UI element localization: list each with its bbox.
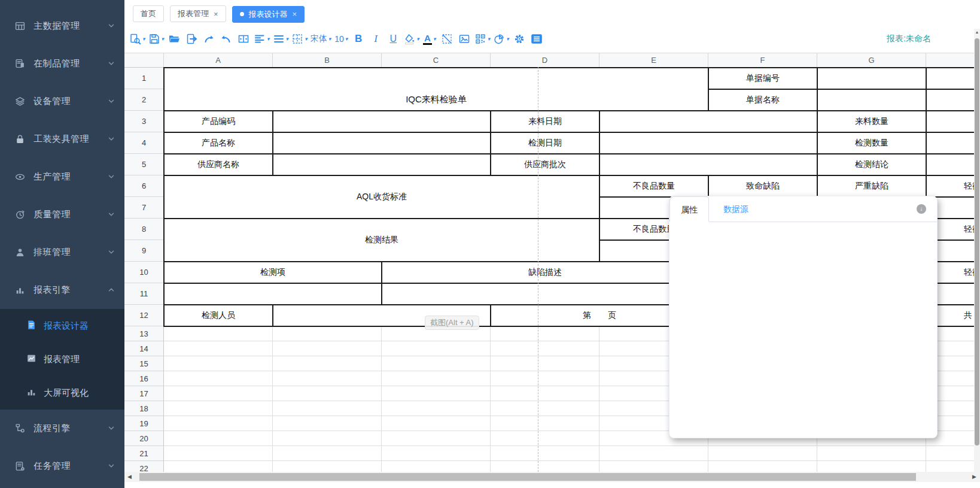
row-header-10[interactable]: 10 [124,262,164,283]
collapse-panel-button[interactable]: ↓ [917,204,926,214]
form-cell-单据名称[interactable]: 单据名称 [708,89,818,111]
form-cell[interactable] [272,132,491,154]
row-header-5[interactable]: 5 [124,154,164,175]
column-header-A[interactable]: A [164,53,273,68]
sidebar-subitem-报表管理[interactable]: 报表管理 [0,342,124,376]
qrcode-button[interactable]: ▾ [474,29,491,49]
form-cell-来料数量[interactable]: 来料数量 [817,110,927,133]
horizontal-scrollbar[interactable]: ◀ ▶ [124,472,980,482]
row-header-16[interactable]: 16 [124,371,164,386]
settings-button[interactable] [512,29,526,49]
row-header-12[interactable]: 12 [124,305,164,326]
row-header-3[interactable]: 3 [124,111,164,132]
column-header-E[interactable]: E [599,53,708,68]
tab-properties[interactable]: 属性 [669,196,709,222]
form-cell[interactable] [272,153,491,176]
tab-报表设计器[interactable]: 报表设计器× [232,6,305,23]
sidebar-subitem-报表设计器[interactable]: 报表设计器 [0,309,124,342]
row-header-9[interactable]: 9 [124,240,164,262]
sidebar-item-工装夹具管理[interactable]: 工装夹具管理 [0,120,124,158]
form-cell-AQL收货标准[interactable]: AQL收货标准 [163,175,600,219]
row-header-19[interactable]: 19 [124,416,164,431]
diagonal-cell-button[interactable] [440,29,454,49]
sidebar-item-生产管理[interactable]: 生产管理 [0,158,124,196]
form-cell[interactable] [926,89,975,111]
form-cell-检测结果[interactable]: 检测结果 [163,218,600,262]
sidebar-item-设备管理[interactable]: 设备管理 [0,83,124,120]
insert-image-button[interactable] [457,29,471,49]
italic-button[interactable]: I [369,29,383,49]
scroll-up-arrow-icon[interactable]: ▲ [974,30,980,34]
chart-button[interactable]: ▾ [493,29,509,49]
bold-button[interactable]: B [351,29,366,49]
form-cell-缺陷描述[interactable]: 缺陷描述 [381,261,709,284]
sidebar-item-在制品管理[interactable]: 在制品管理 [0,45,124,83]
form-cell-供应商名称[interactable]: 供应商名称 [163,153,273,176]
font-size-select[interactable]: 10▾ [334,29,348,49]
row-header-6[interactable]: 6 [124,175,164,197]
scroll-right-arrow-icon[interactable]: ▶ [972,474,976,480]
scroll-left-arrow-icon[interactable]: ◀ [127,474,132,480]
form-cell-检测人员[interactable]: 检测人员 [163,304,273,327]
fill-color-button[interactable]: ▾ [403,29,419,49]
undo-button[interactable] [219,29,233,49]
row-header-14[interactable]: 14 [124,341,164,356]
row-header-21[interactable]: 21 [124,446,164,461]
properties-list-button[interactable] [529,29,544,49]
form-cell-致命缺陷[interactable]: 致命缺陷 [708,175,818,198]
form-cell-供应商批次[interactable]: 供应商批次 [490,153,600,176]
sidebar-subitem-大屏可视化[interactable]: 大屏可视化 [0,376,124,410]
redo-button[interactable] [202,29,216,49]
column-header-F[interactable]: F [708,53,817,68]
tab-datasource[interactable]: 数据源 [723,196,748,222]
underline-button[interactable]: U [386,29,400,49]
save-button[interactable]: ▾ [148,29,165,49]
row-header-20[interactable]: 20 [124,431,164,446]
form-cell[interactable] [163,283,382,305]
column-header-B[interactable]: B [273,53,382,68]
row-header-11[interactable]: 11 [124,283,164,305]
export-button[interactable] [184,29,199,49]
form-cell[interactable] [817,67,927,90]
vertical-scrollbar[interactable]: ▲ [974,29,980,482]
column-header-D[interactable]: D [491,53,599,68]
form-cell-检测日期[interactable]: 检测日期 [490,132,600,154]
form-cell[interactable] [926,132,975,154]
form-cell-来料日期[interactable]: 来料日期 [490,110,600,133]
font-color-button[interactable]: A▾ [422,29,437,49]
horizontal-scroll-thumb[interactable] [139,473,916,481]
form-cell[interactable] [817,89,927,111]
sidebar-item-报表引擎[interactable]: 报表引擎 [0,271,124,309]
form-cell-IQC来料检验单[interactable]: IQC来料检验单 [163,67,709,111]
form-cell[interactable] [381,283,709,305]
row-header-7[interactable]: 7 [124,197,164,219]
form-cell[interactable] [599,110,818,133]
sidebar-item-质量管理[interactable]: 质量管理 [0,196,124,234]
merge-cells-button[interactable] [236,29,251,49]
form-cell-检测项[interactable]: 检测项 [163,261,382,284]
form-cell-产品编码[interactable]: 产品编码 [163,110,273,133]
corner-cell[interactable] [124,53,164,68]
row-lines-button[interactable]: ▾ [273,29,289,49]
form-cell-轻微缺陷[interactable]: 轻微缺陷 [926,175,975,198]
sidebar-item-排班管理[interactable]: 排班管理 [0,234,124,271]
form-cell-严重缺陷[interactable]: 严重缺陷 [817,175,927,198]
sidebar-item-任务管理[interactable]: 任务管理 [0,447,124,485]
font-family-select[interactable]: 宋体▾ [311,29,331,49]
form-cell-检测结论[interactable]: 检测结论 [817,153,927,176]
preview-button[interactable]: ▾ [129,29,145,49]
row-header-1[interactable]: 1 [124,68,164,89]
row-header-8[interactable]: 8 [124,219,164,240]
row-header-4[interactable]: 4 [124,132,164,154]
column-header-H[interactable]: H [926,53,975,68]
row-header-18[interactable]: 18 [124,401,164,416]
form-cell[interactable] [926,67,975,90]
form-cell-单据编号[interactable]: 单据编号 [708,67,818,90]
column-header-C[interactable]: C [382,53,491,68]
align-button[interactable]: ▾ [254,29,270,49]
form-cell-不良品数量[interactable]: 不良品数量 [599,175,709,198]
row-header-13[interactable]: 13 [124,326,164,341]
borders-button[interactable]: ▾ [291,29,308,49]
form-cell[interactable] [599,153,818,176]
row-header-15[interactable]: 15 [124,356,164,371]
